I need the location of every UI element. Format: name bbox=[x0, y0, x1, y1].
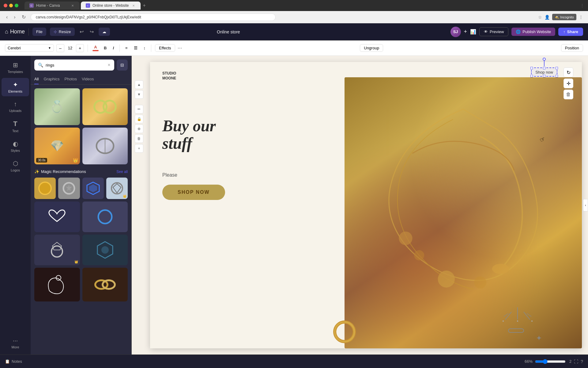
refresh-rotate-button[interactable]: ↻ bbox=[564, 67, 573, 77]
magic-item-2[interactable] bbox=[58, 178, 80, 199]
shop-now-button[interactable]: SHOP NOW bbox=[162, 185, 225, 200]
position-button[interactable]: Position bbox=[561, 44, 583, 52]
graphic-diamond-ring[interactable]: 👑 bbox=[34, 235, 80, 265]
magic-item-4[interactable]: 👑 bbox=[106, 178, 128, 199]
graphic-sketch-ring[interactable] bbox=[34, 268, 80, 301]
increase-font-size-button[interactable]: + bbox=[76, 44, 84, 52]
sidebar-item-elements[interactable]: ✦ Elements bbox=[2, 78, 29, 96]
sidebar-item-more[interactable]: ··· More bbox=[2, 334, 29, 352]
photo-wedding-rings[interactable] bbox=[82, 268, 128, 301]
graphic-circle-ring[interactable] bbox=[82, 201, 128, 232]
bold-button[interactable]: B bbox=[102, 44, 108, 52]
tab-photos[interactable]: Photos bbox=[64, 74, 77, 84]
handle-bl[interactable] bbox=[530, 75, 533, 77]
svg-point-15 bbox=[101, 246, 109, 254]
selection-box[interactable]: Shop now bbox=[531, 67, 557, 77]
list-button[interactable]: ☰ bbox=[132, 44, 139, 52]
analytics-button[interactable]: 📊 bbox=[470, 29, 476, 35]
graphic-heart-rings[interactable] bbox=[34, 201, 80, 232]
publish-website-button[interactable]: 🌐 Publish Website bbox=[511, 28, 555, 36]
magic-item-1[interactable] bbox=[34, 178, 56, 199]
user-avatar-button[interactable]: SJ bbox=[450, 27, 461, 37]
scroll-down-button[interactable]: ▼ bbox=[135, 90, 143, 99]
tab-close-home[interactable]: ✕ bbox=[70, 3, 75, 8]
minimize-window-btn[interactable] bbox=[9, 4, 13, 7]
forward-button[interactable]: › bbox=[13, 13, 17, 21]
search-filter-button[interactable]: ⊟ bbox=[117, 59, 128, 71]
cloud-save-button[interactable]: ☁ bbox=[99, 28, 110, 36]
handle-tr[interactable] bbox=[556, 67, 558, 69]
graphic-geometric-ring[interactable] bbox=[82, 235, 128, 265]
result-item-1[interactable]: 💍 bbox=[34, 88, 80, 125]
profile-button[interactable]: 👤 bbox=[545, 15, 550, 20]
undo-button[interactable]: ↩ bbox=[78, 28, 85, 36]
fullscreen-button[interactable]: ⛶ bbox=[574, 359, 578, 364]
handle-tl[interactable] bbox=[530, 67, 533, 69]
bookmark-button[interactable]: ☆ bbox=[538, 15, 542, 20]
tab-canva-store[interactable]: C Online store - Website ✕ bbox=[81, 2, 141, 10]
lock-tool-button[interactable]: 🔒 bbox=[135, 115, 143, 123]
file-button[interactable]: File bbox=[32, 28, 46, 36]
layers-button[interactable]: ⊕ bbox=[135, 125, 143, 133]
search-clear-button[interactable]: ✕ bbox=[107, 63, 111, 67]
tab-close-store[interactable]: ✕ bbox=[131, 3, 136, 8]
add-page-button[interactable]: + bbox=[135, 144, 143, 153]
divider-1 bbox=[28, 28, 29, 36]
hide-panel-button[interactable]: ‹ bbox=[583, 199, 588, 211]
scroll-up-button[interactable]: ▲ bbox=[135, 80, 143, 89]
more-browser-options[interactable]: ⋮ bbox=[580, 3, 584, 8]
zoom-slider[interactable] bbox=[535, 359, 566, 364]
see-all-button[interactable]: See all bbox=[116, 170, 128, 174]
address-input[interactable] bbox=[31, 13, 276, 21]
close-window-btn[interactable] bbox=[4, 4, 7, 7]
tab-graphics[interactable]: Graphics bbox=[43, 74, 59, 84]
decrease-font-size-button[interactable]: – bbox=[56, 44, 64, 52]
help-button[interactable]: ? bbox=[581, 359, 583, 364]
result-item-4[interactable] bbox=[82, 128, 128, 164]
publish-icon: 🌐 bbox=[516, 29, 521, 34]
zoom-add-button[interactable]: ✛ bbox=[564, 79, 573, 88]
tab-videos[interactable]: Videos bbox=[82, 74, 94, 84]
result-item-2[interactable] bbox=[82, 88, 128, 125]
handle-br[interactable] bbox=[556, 75, 558, 77]
panel-tabs: All Graphics Photos Videos bbox=[31, 74, 131, 85]
maximize-window-btn[interactable] bbox=[15, 4, 18, 7]
result-item-3[interactable]: 💎 30.0s 👑 bbox=[34, 128, 80, 164]
handle-tm[interactable] bbox=[543, 67, 545, 69]
tab-all[interactable]: All bbox=[34, 74, 39, 84]
rotate-circle[interactable] bbox=[543, 58, 546, 61]
draw-tool-button[interactable]: ✏ bbox=[135, 105, 143, 113]
more-options-button[interactable]: ··· bbox=[178, 45, 182, 51]
spacing-button[interactable]: ↕ bbox=[142, 44, 148, 52]
effects-button[interactable]: Effects bbox=[155, 44, 175, 52]
refresh-button[interactable]: ↻ bbox=[21, 13, 27, 21]
extensions-button[interactable]: ⋮ bbox=[579, 15, 583, 20]
tab-canva-home[interactable]: C Home - Canva ✕ bbox=[24, 2, 80, 10]
notes-button[interactable]: 📋 Notes bbox=[5, 359, 22, 364]
trash-tool-button[interactable]: 🗑 bbox=[135, 134, 143, 143]
text-color-button[interactable]: A bbox=[92, 44, 100, 52]
resize-button[interactable]: ⊹ Resize bbox=[50, 28, 75, 36]
home-button[interactable]: ⌂ Home bbox=[5, 29, 25, 35]
delete-element-button[interactable]: 🗑 bbox=[564, 90, 573, 99]
back-button[interactable]: ‹ bbox=[5, 13, 9, 21]
sidebar-item-uploads[interactable]: ↑ Uploads bbox=[2, 98, 29, 116]
sidebar-item-templates[interactable]: ⊞ Templates bbox=[2, 58, 29, 77]
redo-button[interactable]: ↪ bbox=[89, 28, 95, 36]
search-input[interactable] bbox=[46, 63, 105, 67]
ungroup-button[interactable]: Ungroup bbox=[360, 44, 383, 52]
text-align-button[interactable]: ≡ bbox=[123, 44, 130, 52]
share-button[interactable]: ↑ Share bbox=[558, 28, 583, 36]
magic-item-3[interactable] bbox=[82, 178, 104, 199]
sidebar-item-styles[interactable]: ◐ Styles bbox=[2, 137, 29, 155]
studio-name: STUDIO bbox=[162, 71, 176, 76]
add-collaborator-button[interactable]: + bbox=[464, 29, 467, 35]
incognito-button[interactable]: 🕵 Incognito bbox=[552, 14, 576, 20]
sidebar-item-logos[interactable]: ⬡ Logos bbox=[2, 157, 29, 175]
handle-bm[interactable] bbox=[543, 75, 545, 77]
preview-button[interactable]: 👁 Preview bbox=[479, 27, 508, 36]
font-family-select[interactable]: Cerebri ▼ bbox=[5, 44, 54, 52]
new-tab-button[interactable]: + bbox=[142, 2, 147, 10]
sidebar-item-text[interactable]: T Text bbox=[2, 117, 29, 136]
italic-button[interactable]: I bbox=[111, 44, 116, 52]
